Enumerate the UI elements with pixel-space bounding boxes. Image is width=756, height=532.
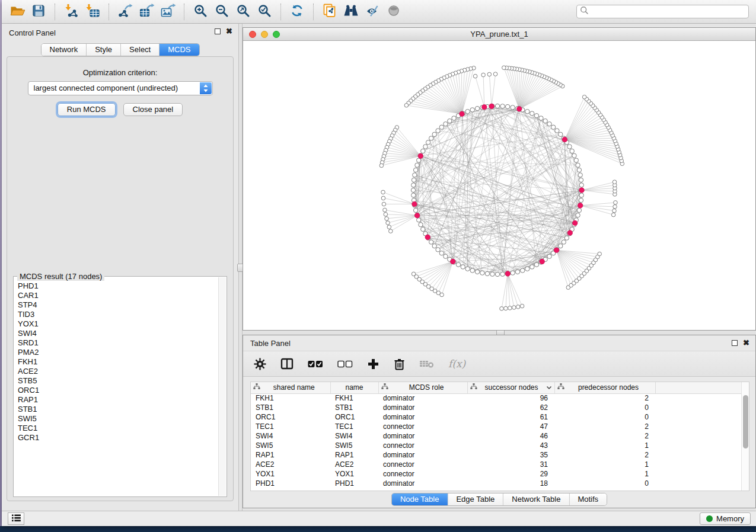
list-icon — [12, 514, 21, 524]
clone-network-button[interactable] — [320, 2, 339, 21]
horizontal-splitter[interactable] — [243, 331, 756, 335]
export-network-button[interactable] — [116, 2, 135, 21]
mcds-result-item[interactable]: PHD1 — [18, 281, 218, 291]
open-file-button[interactable] — [8, 2, 27, 21]
refresh-view-button[interactable] — [288, 2, 307, 21]
zoom-out-button[interactable] — [212, 2, 231, 21]
table-row[interactable]: FKH1 FKH1 dominator 96 2 — [251, 393, 744, 403]
close-panel-button[interactable]: Close panel — [123, 103, 183, 116]
close-panel-icon[interactable]: ✖ — [743, 340, 749, 346]
deselect-all-icon[interactable] — [337, 360, 353, 368]
tab-motifs[interactable]: Motifs — [569, 493, 607, 505]
table-row[interactable]: ORC1 ORC1 dominator 61 0 — [251, 412, 744, 422]
show-columns-icon[interactable] — [280, 358, 294, 370]
zoom-fit-icon — [236, 4, 250, 20]
network-canvas[interactable] — [243, 41, 755, 330]
delete-table-icon[interactable] — [419, 359, 434, 368]
node-table: shared name name MCDS role — [251, 382, 744, 488]
table-row[interactable]: STB1 STB1 dominator 62 0 — [251, 403, 744, 412]
import-network-button[interactable] — [62, 2, 81, 21]
mcds-result-item[interactable]: SRD1 — [18, 338, 218, 348]
table-scrollbar[interactable] — [741, 382, 749, 491]
memory-button[interactable]: Memory — [700, 512, 751, 525]
maximize-window-icon[interactable] — [273, 31, 280, 38]
column-header-predecessor-nodes[interactable]: predecessor nodes — [554, 382, 655, 393]
mcds-tab-pane: Optimization criterion: largest connecte… — [7, 56, 234, 501]
tab-select[interactable]: Select — [121, 44, 160, 56]
close-panel-icon[interactable]: ✖ — [226, 28, 232, 34]
float-panel-icon[interactable] — [732, 340, 738, 346]
table-row[interactable]: RAP1 RAP1 dominator 35 2 — [251, 450, 744, 460]
float-panel-icon[interactable] — [215, 28, 221, 34]
table-scrollbar-thumb[interactable] — [743, 395, 748, 448]
result-list-scrollbar[interactable] — [218, 277, 226, 496]
mcds-result-item[interactable]: ACE2 — [18, 367, 218, 376]
tab-style[interactable]: Style — [87, 44, 121, 56]
column-header-mcds-role[interactable]: MCDS role — [378, 382, 467, 393]
tab-node-table[interactable]: Node Table — [392, 493, 448, 505]
select-all-icon[interactable] — [308, 360, 323, 368]
export-table-button[interactable] — [137, 2, 156, 21]
mcds-result-item[interactable]: SWI4 — [18, 329, 218, 338]
column-type-icon — [253, 383, 260, 392]
table-mode-gear-icon[interactable] — [254, 358, 266, 370]
mcds-result-item[interactable]: STP4 — [18, 300, 218, 310]
toolbar-separator — [184, 4, 184, 20]
log-console-button[interactable] — [8, 512, 24, 525]
mcds-result-item[interactable]: STB1 — [18, 405, 218, 414]
column-type-icon — [381, 383, 388, 392]
save-session-button[interactable] — [29, 2, 48, 21]
mcds-result-item[interactable]: FKH1 — [18, 357, 218, 367]
search-input[interactable] — [589, 7, 745, 17]
zoom-selected-button[interactable] — [255, 2, 274, 21]
column-header-successor-nodes[interactable]: successor nodes — [467, 382, 554, 393]
show-graphics-details-button[interactable] — [384, 2, 403, 21]
optimization-criterion-select[interactable]: largest connected component (undirected) — [28, 81, 213, 95]
zoom-in-button[interactable] — [191, 2, 210, 21]
minimize-window-icon[interactable] — [261, 31, 268, 38]
export-image-button[interactable] — [158, 2, 177, 21]
mcds-result-item[interactable]: TEC1 — [18, 424, 218, 433]
run-mcds-button[interactable]: Run MCDS — [58, 103, 116, 116]
column-header-shared-name[interactable]: shared name — [251, 382, 330, 393]
zoom-fit-button[interactable] — [234, 2, 253, 21]
optimization-criterion-label: Optimization criterion: — [7, 68, 233, 77]
table-row[interactable]: YOX1 YOX1 connector 29 1 — [251, 469, 744, 479]
mcds-result-item[interactable]: STB5 — [18, 376, 218, 386]
tab-network[interactable]: Network — [41, 44, 87, 56]
delete-column-icon[interactable] — [394, 358, 405, 370]
tab-network-table[interactable]: Network Table — [503, 493, 569, 505]
table-row[interactable]: PHD1 PHD1 dominator 18 0 — [251, 479, 744, 488]
main-toolbar — [2, 0, 756, 24]
memory-status-icon — [706, 515, 713, 522]
table-row[interactable]: SWI4 SWI4 dominator 46 2 — [251, 431, 744, 441]
mcds-result-item[interactable]: CAR1 — [18, 291, 218, 300]
open-folder-icon — [9, 4, 25, 20]
memory-label: Memory — [716, 514, 744, 523]
vertical-splitter[interactable] — [238, 24, 243, 511]
toolbar-separator — [280, 4, 281, 20]
network-window-title: YPA_prune.txt_1 — [470, 30, 528, 39]
tab-edge-table[interactable]: Edge Table — [448, 493, 503, 505]
table-row[interactable]: TEC1 TEC1 connector 47 2 — [251, 422, 744, 431]
close-window-icon[interactable] — [249, 31, 256, 38]
mcds-result-item[interactable]: TID3 — [18, 310, 218, 319]
column-header-name[interactable]: name — [330, 382, 378, 393]
table-row[interactable]: ACE2 ACE2 connector 31 1 — [251, 460, 744, 469]
table-row[interactable]: SWI5 SWI5 connector 43 1 — [251, 441, 744, 450]
control-panel-tabs: Network Style Select MCDS — [40, 43, 199, 56]
mcds-result-item[interactable]: RAP1 — [18, 395, 218, 405]
status-bar: Memory — [2, 511, 756, 526]
first-neighbors-button[interactable] — [342, 2, 361, 21]
zoom-in-icon — [193, 4, 208, 20]
add-column-icon[interactable] — [367, 358, 379, 370]
mcds-result-item[interactable]: SWI5 — [18, 414, 218, 424]
mcds-result-item[interactable]: ORC1 — [18, 386, 218, 395]
import-table-button[interactable] — [83, 2, 102, 21]
hide-graphics-details-button[interactable] — [363, 2, 382, 21]
mcds-result-item[interactable]: GCR1 — [18, 433, 218, 443]
mcds-result-item[interactable]: PMA2 — [18, 348, 218, 357]
mcds-result-item[interactable]: YOX1 — [18, 319, 218, 329]
tab-mcds[interactable]: MCDS — [160, 44, 199, 56]
mcds-result-group: MCDS result (17 nodes) PHD1 CAR1 STP4 TI… — [13, 276, 227, 497]
